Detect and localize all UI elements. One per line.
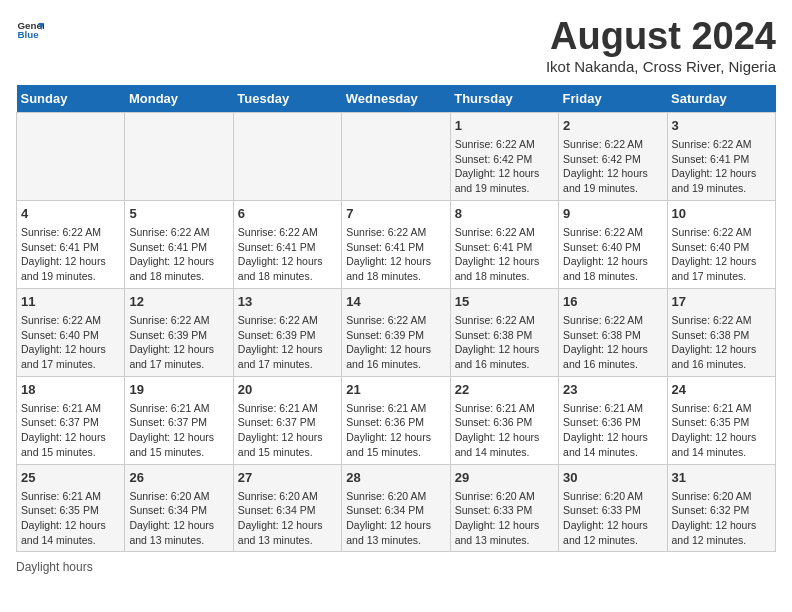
day-number: 19: [129, 381, 228, 399]
day-number: 13: [238, 293, 337, 311]
day-info: Sunrise: 6:22 AM Sunset: 6:40 PM Dayligh…: [563, 225, 662, 284]
day-info: Sunrise: 6:21 AM Sunset: 6:36 PM Dayligh…: [346, 401, 445, 460]
calendar-cell: 11Sunrise: 6:22 AM Sunset: 6:40 PM Dayli…: [17, 288, 125, 376]
calendar-week-row: 11Sunrise: 6:22 AM Sunset: 6:40 PM Dayli…: [17, 288, 776, 376]
calendar-table: SundayMondayTuesdayWednesdayThursdayFrid…: [16, 85, 776, 553]
day-number: 22: [455, 381, 554, 399]
day-info: Sunrise: 6:22 AM Sunset: 6:38 PM Dayligh…: [563, 313, 662, 372]
calendar-cell: 6Sunrise: 6:22 AM Sunset: 6:41 PM Daylig…: [233, 200, 341, 288]
calendar-week-row: 18Sunrise: 6:21 AM Sunset: 6:37 PM Dayli…: [17, 376, 776, 464]
calendar-cell: 24Sunrise: 6:21 AM Sunset: 6:35 PM Dayli…: [667, 376, 775, 464]
calendar-cell: 17Sunrise: 6:22 AM Sunset: 6:38 PM Dayli…: [667, 288, 775, 376]
svg-text:Blue: Blue: [17, 29, 39, 40]
calendar-header-cell: Thursday: [450, 85, 558, 113]
calendar-cell: 7Sunrise: 6:22 AM Sunset: 6:41 PM Daylig…: [342, 200, 450, 288]
day-info: Sunrise: 6:22 AM Sunset: 6:41 PM Dayligh…: [129, 225, 228, 284]
main-title: August 2024: [546, 16, 776, 58]
logo-icon: General Blue: [16, 16, 44, 44]
day-number: 3: [672, 117, 771, 135]
day-info: Sunrise: 6:22 AM Sunset: 6:40 PM Dayligh…: [21, 313, 120, 372]
calendar-cell: 22Sunrise: 6:21 AM Sunset: 6:36 PM Dayli…: [450, 376, 558, 464]
day-number: 23: [563, 381, 662, 399]
day-number: 24: [672, 381, 771, 399]
calendar-header-cell: Saturday: [667, 85, 775, 113]
day-number: 30: [563, 469, 662, 487]
day-info: Sunrise: 6:22 AM Sunset: 6:39 PM Dayligh…: [238, 313, 337, 372]
day-number: 11: [21, 293, 120, 311]
day-info: Sunrise: 6:21 AM Sunset: 6:36 PM Dayligh…: [455, 401, 554, 460]
header: General Blue August 2024 Ikot Nakanda, C…: [16, 16, 776, 75]
day-number: 27: [238, 469, 337, 487]
calendar-cell: [125, 112, 233, 200]
day-number: 8: [455, 205, 554, 223]
day-info: Sunrise: 6:20 AM Sunset: 6:33 PM Dayligh…: [455, 489, 554, 548]
day-number: 6: [238, 205, 337, 223]
footer: Daylight hours: [16, 560, 776, 574]
calendar-cell: 1Sunrise: 6:22 AM Sunset: 6:42 PM Daylig…: [450, 112, 558, 200]
day-info: Sunrise: 6:20 AM Sunset: 6:34 PM Dayligh…: [129, 489, 228, 548]
calendar-cell: 31Sunrise: 6:20 AM Sunset: 6:32 PM Dayli…: [667, 464, 775, 552]
day-number: 4: [21, 205, 120, 223]
day-info: Sunrise: 6:21 AM Sunset: 6:35 PM Dayligh…: [672, 401, 771, 460]
calendar-cell: 3Sunrise: 6:22 AM Sunset: 6:41 PM Daylig…: [667, 112, 775, 200]
calendar-cell: 28Sunrise: 6:20 AM Sunset: 6:34 PM Dayli…: [342, 464, 450, 552]
day-info: Sunrise: 6:22 AM Sunset: 6:39 PM Dayligh…: [129, 313, 228, 372]
day-number: 2: [563, 117, 662, 135]
day-number: 21: [346, 381, 445, 399]
day-number: 16: [563, 293, 662, 311]
calendar-cell: 23Sunrise: 6:21 AM Sunset: 6:36 PM Dayli…: [559, 376, 667, 464]
calendar-header-cell: Monday: [125, 85, 233, 113]
calendar-cell: 5Sunrise: 6:22 AM Sunset: 6:41 PM Daylig…: [125, 200, 233, 288]
calendar-cell: 21Sunrise: 6:21 AM Sunset: 6:36 PM Dayli…: [342, 376, 450, 464]
day-info: Sunrise: 6:22 AM Sunset: 6:41 PM Dayligh…: [455, 225, 554, 284]
day-info: Sunrise: 6:21 AM Sunset: 6:37 PM Dayligh…: [238, 401, 337, 460]
day-number: 26: [129, 469, 228, 487]
day-number: 7: [346, 205, 445, 223]
calendar-cell: 19Sunrise: 6:21 AM Sunset: 6:37 PM Dayli…: [125, 376, 233, 464]
day-info: Sunrise: 6:20 AM Sunset: 6:32 PM Dayligh…: [672, 489, 771, 548]
calendar-cell: 26Sunrise: 6:20 AM Sunset: 6:34 PM Dayli…: [125, 464, 233, 552]
calendar-cell: 8Sunrise: 6:22 AM Sunset: 6:41 PM Daylig…: [450, 200, 558, 288]
calendar-header-cell: Sunday: [17, 85, 125, 113]
day-number: 31: [672, 469, 771, 487]
calendar-cell: 2Sunrise: 6:22 AM Sunset: 6:42 PM Daylig…: [559, 112, 667, 200]
calendar-cell: 15Sunrise: 6:22 AM Sunset: 6:38 PM Dayli…: [450, 288, 558, 376]
day-number: 29: [455, 469, 554, 487]
day-info: Sunrise: 6:22 AM Sunset: 6:38 PM Dayligh…: [455, 313, 554, 372]
day-info: Sunrise: 6:22 AM Sunset: 6:41 PM Dayligh…: [672, 137, 771, 196]
calendar-cell: 13Sunrise: 6:22 AM Sunset: 6:39 PM Dayli…: [233, 288, 341, 376]
day-number: 28: [346, 469, 445, 487]
calendar-header-cell: Wednesday: [342, 85, 450, 113]
calendar-body: 1Sunrise: 6:22 AM Sunset: 6:42 PM Daylig…: [17, 112, 776, 552]
day-info: Sunrise: 6:22 AM Sunset: 6:41 PM Dayligh…: [346, 225, 445, 284]
calendar-header-cell: Tuesday: [233, 85, 341, 113]
day-info: Sunrise: 6:20 AM Sunset: 6:34 PM Dayligh…: [346, 489, 445, 548]
day-info: Sunrise: 6:20 AM Sunset: 6:34 PM Dayligh…: [238, 489, 337, 548]
subtitle: Ikot Nakanda, Cross River, Nigeria: [546, 58, 776, 75]
calendar-cell: 29Sunrise: 6:20 AM Sunset: 6:33 PM Dayli…: [450, 464, 558, 552]
calendar-week-row: 4Sunrise: 6:22 AM Sunset: 6:41 PM Daylig…: [17, 200, 776, 288]
calendar-header-cell: Friday: [559, 85, 667, 113]
calendar-cell: [342, 112, 450, 200]
calendar-cell: 30Sunrise: 6:20 AM Sunset: 6:33 PM Dayli…: [559, 464, 667, 552]
day-number: 5: [129, 205, 228, 223]
calendar-cell: [17, 112, 125, 200]
day-info: Sunrise: 6:22 AM Sunset: 6:38 PM Dayligh…: [672, 313, 771, 372]
day-number: 9: [563, 205, 662, 223]
day-info: Sunrise: 6:21 AM Sunset: 6:37 PM Dayligh…: [21, 401, 120, 460]
day-info: Sunrise: 6:22 AM Sunset: 6:42 PM Dayligh…: [455, 137, 554, 196]
day-number: 18: [21, 381, 120, 399]
calendar-cell: 9Sunrise: 6:22 AM Sunset: 6:40 PM Daylig…: [559, 200, 667, 288]
calendar-cell: 18Sunrise: 6:21 AM Sunset: 6:37 PM Dayli…: [17, 376, 125, 464]
calendar-cell: 10Sunrise: 6:22 AM Sunset: 6:40 PM Dayli…: [667, 200, 775, 288]
day-info: Sunrise: 6:21 AM Sunset: 6:37 PM Dayligh…: [129, 401, 228, 460]
calendar-week-row: 1Sunrise: 6:22 AM Sunset: 6:42 PM Daylig…: [17, 112, 776, 200]
day-info: Sunrise: 6:21 AM Sunset: 6:35 PM Dayligh…: [21, 489, 120, 548]
day-number: 14: [346, 293, 445, 311]
calendar-cell: 25Sunrise: 6:21 AM Sunset: 6:35 PM Dayli…: [17, 464, 125, 552]
day-info: Sunrise: 6:22 AM Sunset: 6:42 PM Dayligh…: [563, 137, 662, 196]
calendar-cell: [233, 112, 341, 200]
calendar-header-row: SundayMondayTuesdayWednesdayThursdayFrid…: [17, 85, 776, 113]
calendar-cell: 12Sunrise: 6:22 AM Sunset: 6:39 PM Dayli…: [125, 288, 233, 376]
title-section: August 2024 Ikot Nakanda, Cross River, N…: [546, 16, 776, 75]
